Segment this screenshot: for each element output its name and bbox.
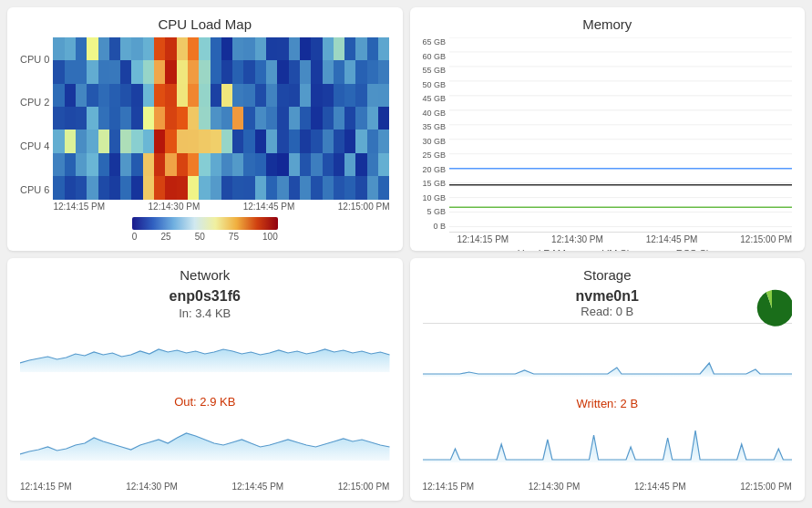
heatmap-cell [165,37,176,60]
heatmap-cell [334,130,344,152]
heatmap-cell [221,84,232,107]
heatmap-cell [378,37,389,60]
heatmap-cell [120,176,131,199]
heatmap-cell [355,37,366,60]
heatmap-cell [177,130,188,152]
heatmap-cell [355,107,366,130]
heatmap-cell [277,84,288,107]
memory-title: Memory [423,16,793,32]
network-interface: enp0s31f6 [20,288,390,305]
heatmap-cell [300,153,311,176]
heatmap-cell [355,84,366,107]
heatmap-cell [98,176,109,199]
heatmap-cell [131,130,142,152]
heatmap-cell [199,130,210,152]
heatmap-cell [344,84,355,107]
heatmap-cell [143,84,154,107]
heatmap-cell [211,176,221,199]
heatmap-cell [355,60,366,83]
heatmap-cell [255,37,266,60]
legend-vm-size: VM Size [581,248,640,251]
heatmap-cell [311,84,322,107]
heatmap-cell [311,60,322,83]
storage-written: Written: 2 B [423,397,793,410]
network-xaxis: 12:14:15 PM 12:14:30 PM 12:14:45 PM 12:1… [20,480,390,492]
heatmap-cell [300,130,311,152]
network-in: In: 3.4 KB [20,306,390,320]
heatmap-cell [266,153,277,176]
heatmap-row [53,176,389,199]
heatmap-cell [188,37,199,60]
heatmap-cell [131,153,142,176]
heatmap-cell [154,107,165,130]
heatmap-cell [243,37,254,60]
storage-read-chart [423,327,793,394]
heatmap-row [53,60,389,83]
heatmap-cell [177,153,188,176]
heatmap-cell [199,84,210,107]
heatmap-cell [120,84,131,107]
heatmap-xaxis: 12:14:15 PM 12:14:30 PM 12:14:45 PM 12:1… [53,200,389,212]
legend-rss-size: RSS Size [654,248,719,251]
heatmap-cell [165,130,176,152]
storage-divider [423,323,793,324]
heatmap-cell [266,60,277,83]
heatmap-cell [65,107,76,130]
heatmap-cell [255,176,266,199]
heatmap-cell [367,107,378,130]
network-panel: Network enp0s31f6 In: 3.4 KB Out: 2.9 KB [7,258,403,502]
heatmap-cell [143,107,154,130]
heatmap-cell [300,107,311,130]
heatmap-cell [378,84,389,107]
heatmap-cell [289,107,300,130]
heatmap-cell [378,130,389,152]
heatmap-cell [98,107,109,130]
heatmap-cell [188,107,199,130]
heatmap-cell [109,130,120,152]
heatmap-cell [188,84,199,107]
heatmap-cell [154,130,165,152]
heatmap-cell [87,176,98,199]
heatmap-cell [87,130,98,152]
heatmap-cell [277,130,288,152]
heatmap-cell [367,176,378,199]
heatmap-cell [131,176,142,199]
heatmap-cell [232,107,243,130]
heatmap-cell [53,130,64,152]
heatmap-cell [143,130,154,152]
storage-xaxis: 12:14:15 PM 12:14:30 PM 12:14:45 PM 12:1… [423,480,793,492]
heatmap-cell [188,176,199,199]
heatmap-cell [109,84,120,107]
heatmap-cell [243,107,254,130]
heatmap-cell [378,176,389,199]
cpu-heatmap-container: CPU 0 CPU 2 CPU 4 CPU 6 12:14:15 PM 12:1… [20,37,390,212]
heatmap-cell [65,153,76,176]
heatmap-cell [177,37,188,60]
heatmap-cell [154,84,165,107]
heatmap-cell [323,130,334,152]
heatmap-cell [131,37,142,60]
heatmap-cell [199,60,210,83]
heatmap-cell [120,37,131,60]
storage-panel: Storage nvme0n1 Read: 0 B [410,258,806,502]
network-title: Network [20,267,390,283]
storage-read: Read: 0 B [576,305,639,318]
heatmap-cell [266,107,277,130]
vm-size-label: VM Size [602,248,640,251]
heatmap-cell [344,176,355,199]
heatmap-cell [266,84,277,107]
heatmap-cell [199,176,210,199]
heatmap-cell [120,60,131,83]
heatmap-cell [165,60,176,83]
heatmap-cell [76,107,87,130]
heatmap-cell [323,84,334,107]
heatmap-cell [334,37,344,60]
heatmap-cell [109,153,120,176]
heatmap-cell [232,84,243,107]
used-ram-label: Used RAM [518,248,566,251]
heatmap-cell [65,60,76,83]
heatmap-cell [255,107,266,130]
heatmap-cell [53,176,64,199]
heatmap-cell [87,60,98,83]
rss-size-label: RSS Size [676,248,719,251]
